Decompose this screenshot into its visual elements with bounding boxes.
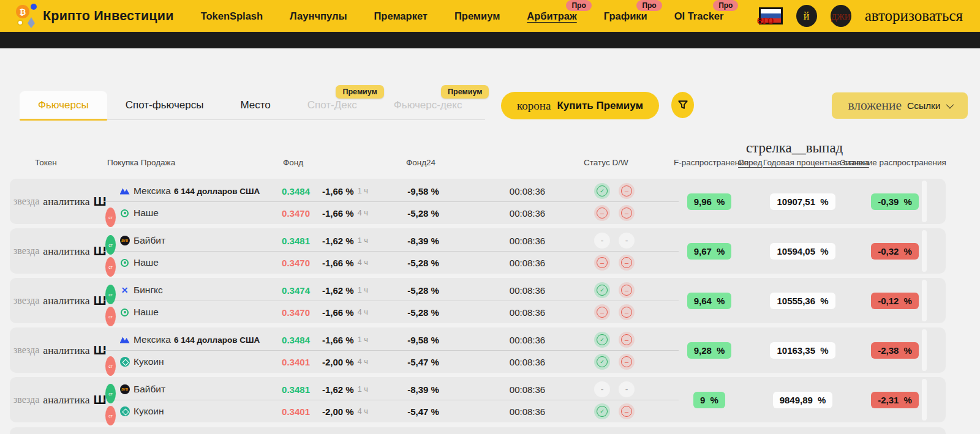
nav-item-premium[interactable]: Премиум: [454, 10, 500, 22]
col-fund: Фонд: [283, 158, 303, 167]
exchange-link[interactable]: Наше: [134, 302, 159, 322]
bybit-icon: BYB: [119, 380, 130, 399]
nav-item-premarket[interactable]: Премаркет: [374, 10, 427, 22]
deposit-withdraw-status: [594, 330, 635, 350]
spread-value-badge: -0,39 %: [871, 193, 919, 210]
dash-status-icon: -: [594, 381, 610, 397]
ethereum-icon: [28, 17, 35, 28]
arbitrage-row[interactable]: звезда аналитика Ш ст ✕ Бингкс 0.3474 -1…: [10, 278, 946, 323]
tab-futures[interactable]: Фьючерсы: [20, 91, 107, 119]
funding-rate: -1,66 %4 ч: [322, 253, 368, 272]
social-icon[interactable]: й: [796, 5, 817, 27]
bitcoin-icon: ₿: [16, 5, 29, 18]
funding-24h: -5,47 %: [377, 402, 469, 421]
nav-item-charts[interactable]: ГрафикиПро: [604, 10, 647, 22]
funding-rate: -2,00 %4 ч: [322, 352, 368, 372]
countdown-timer: 00:08:36: [484, 380, 570, 399]
exchange-link[interactable]: Кукоин: [134, 402, 164, 421]
funding-24h: -9,58 %: [377, 181, 469, 201]
brand-title[interactable]: Крипто Инвестиции: [43, 9, 174, 24]
coin-dot-icon: [31, 4, 37, 10]
token-icon: ст: [105, 208, 116, 227]
links-dropdown[interactable]: вложение Ссылки: [832, 92, 968, 119]
filter-funnel-icon: [677, 100, 688, 111]
check-status-icon: [594, 183, 610, 199]
funding-rate: -1,62 %1 ч: [322, 380, 368, 399]
market-tabs: Фьючерсы Спот-фьючерсы Место Спот-ДексПр…: [20, 92, 485, 120]
tab-spot-futures[interactable]: Спот-фьючерсы: [107, 91, 222, 119]
tab-futures-dex[interactable]: Фьючерс-дексПремиум: [375, 91, 481, 119]
login-button[interactable]: авторизоваться: [865, 7, 963, 24]
nav-item-launchpools[interactable]: Лаунчпулы: [290, 10, 347, 22]
funding-interval: 4 ч: [358, 209, 368, 217]
tab-spot[interactable]: Место: [222, 91, 288, 119]
check-status-icon: [594, 282, 610, 298]
funding-interval: 1 ч: [358, 187, 368, 195]
countdown-timer: 00:08:36: [484, 231, 570, 250]
premium-badge: Премиум: [441, 85, 489, 99]
col-spread-value: Значение распространения: [840, 158, 946, 167]
exchange-link[interactable]: Байбит: [134, 380, 165, 399]
spread-value-badge: -0,32 %: [871, 243, 919, 260]
spread-value-badge: -0,12 %: [871, 293, 919, 309]
apr-badge: 10163,35 %: [770, 342, 835, 359]
col-spread[interactable]: Спред: [738, 158, 763, 167]
deposit-withdraw-status: [594, 181, 635, 201]
minus-status-icon: [594, 304, 610, 320]
f-spread-badge: 9 %: [693, 392, 725, 408]
minus-status-icon: [619, 354, 635, 370]
minus-status-icon: [619, 332, 635, 348]
language-flag-icon[interactable]: его: [759, 7, 783, 24]
deposit-withdraw-status: [594, 402, 635, 421]
countdown-timer: 00:08:36: [484, 402, 570, 421]
apr-badge: 10907,51 %: [770, 193, 835, 210]
minus-status-icon: [619, 183, 635, 199]
next-row-partial: [10, 427, 946, 434]
price-value: 0.3484: [243, 181, 310, 201]
buy-premium-button[interactable]: корона Купить Премиум: [501, 92, 659, 119]
arbitrage-row[interactable]: звезда аналитика Ш Мексика 6 144 долларо…: [10, 327, 946, 373]
token-icon: ст: [105, 307, 116, 326]
price-value: 0.3481: [243, 380, 310, 399]
nav-item-arbitrage[interactable]: АрбитражПро: [527, 10, 576, 22]
arbitrage-row[interactable]: звезда аналитика Ш ст BYB Байбит 0.3481 …: [10, 228, 946, 274]
dropdown-arrow-alt[interactable]: стрелка__выпад: [746, 140, 843, 156]
nav-item-tokensplash[interactable]: TokenSplash: [201, 10, 263, 22]
minus-status-icon: [619, 205, 635, 221]
deposit-withdraw-status: [594, 302, 635, 322]
funding-24h: -5,28 %: [377, 203, 469, 223]
price-value: 0.3401: [243, 402, 310, 421]
nav-item-oi-tracker[interactable]: OI TrackerПро: [674, 10, 724, 22]
exchange-link[interactable]: Байбит: [134, 231, 165, 250]
arbitrage-row[interactable]: звезда аналитика Ш ст BYB Байбит 0.3481 …: [10, 377, 946, 422]
filter-button[interactable]: [671, 92, 694, 118]
price-value: 0.3474: [243, 280, 310, 300]
token-icon: ст: [105, 235, 116, 255]
arbitrage-table: звезда аналитика Ш Мексика 6 144 долларо…: [10, 179, 946, 427]
check-status-icon: [594, 354, 610, 370]
pro-badge: Про: [636, 0, 662, 11]
countdown-timer: 00:08:36: [484, 203, 570, 223]
exchange-link[interactable]: Наше: [134, 203, 159, 223]
chevron-down-icon: [946, 101, 954, 109]
subrow-divider: [103, 301, 679, 301]
countdown-timer: 00:08:36: [484, 302, 570, 322]
f-spread-badge: 9,67 %: [687, 243, 732, 260]
deposit-withdraw-status: [594, 253, 635, 272]
exchange-link[interactable]: Наше: [134, 253, 159, 272]
funding-interval: 4 ч: [358, 407, 368, 416]
exchange-link[interactable]: Кукоин: [134, 352, 164, 372]
exchange-link[interactable]: Мексика: [134, 330, 171, 350]
f-spread-badge: 9,28 %: [687, 342, 732, 359]
funding-24h: -5,28 %: [377, 253, 469, 272]
site-logo[interactable]: ₿: [15, 4, 37, 28]
minus-status-icon: [619, 282, 635, 298]
exchange-link[interactable]: Бингкс: [134, 280, 163, 300]
funding-24h: -8,39 %: [377, 231, 469, 250]
social-icon[interactable]: джи: [831, 5, 851, 27]
exchange-link[interactable]: Мексика: [134, 181, 171, 201]
tab-spot-dex[interactable]: Спот-ДексПремиум: [289, 91, 375, 119]
arbitrage-row[interactable]: звезда аналитика Ш Мексика 6 144 долларо…: [10, 179, 946, 224]
deposit-withdraw-status: --: [594, 231, 635, 250]
countdown-timer: 00:08:36: [484, 280, 570, 300]
